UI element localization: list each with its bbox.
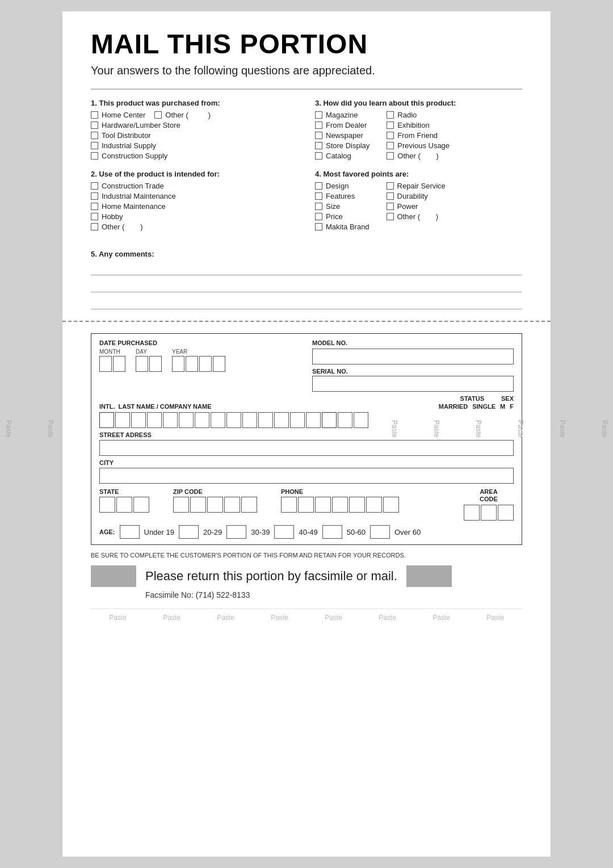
return-section: Please return this portion by facsimile … (91, 565, 522, 587)
q1-check-industrial[interactable] (91, 142, 98, 149)
name-box-m-label[interactable] (338, 412, 352, 428)
q4-label-makita: Makita Brand (326, 223, 370, 231)
phone-box-6[interactable] (366, 497, 382, 513)
q3-check-other[interactable] (387, 152, 394, 160)
q4-check-repair[interactable] (387, 182, 394, 190)
name-box-3[interactable] (131, 412, 146, 428)
name-box-6[interactable] (179, 412, 194, 428)
q2-check-hobby[interactable] (91, 213, 98, 220)
phone-box-1[interactable] (281, 497, 297, 513)
q1-check-other[interactable] (154, 111, 162, 119)
name-box-14[interactable] (306, 412, 321, 428)
phone-box-7[interactable] (383, 497, 399, 513)
phone-box-2[interactable] (298, 497, 314, 513)
year-box-1[interactable] (172, 356, 184, 372)
q3-newspaper: Newspaper (315, 131, 370, 140)
year-box-2[interactable] (186, 356, 198, 372)
q4-check-size[interactable] (315, 203, 322, 210)
serial-no-input[interactable] (312, 376, 514, 392)
paste-label-r4: Paste (475, 420, 482, 438)
q3-store: Store Display (315, 141, 370, 150)
q4-label-size: Size (326, 202, 340, 211)
city-input[interactable] (99, 468, 514, 484)
paste-b1: Paste (109, 614, 127, 622)
q4-check-features[interactable] (315, 192, 322, 200)
name-box-5[interactable] (163, 412, 178, 428)
q4-check-other[interactable] (387, 213, 394, 220)
q2-check-other[interactable] (91, 223, 98, 230)
q2-other: Other ( ) (91, 223, 298, 231)
q4-check-power[interactable] (387, 203, 394, 210)
zip-box-3[interactable] (207, 497, 223, 513)
phone-box-4[interactable] (332, 497, 348, 513)
name-box-9[interactable] (226, 412, 241, 428)
q3-label-magazine: Magazine (326, 111, 358, 119)
age-box-5060[interactable] (322, 525, 342, 539)
month-box-2[interactable] (113, 356, 125, 372)
zip-box-1[interactable] (173, 497, 189, 513)
name-box-2[interactable] (115, 412, 130, 428)
age-box-over60[interactable] (370, 525, 390, 539)
year-box-3[interactable] (199, 356, 212, 372)
day-box-2[interactable] (149, 356, 162, 372)
name-box-f-label[interactable] (354, 412, 368, 428)
last-name-label: LAST NAME / COMPANY NAME (119, 403, 212, 410)
q1-label-home: Home Center (102, 111, 145, 119)
age-box-under19[interactable] (120, 525, 140, 539)
name-box-12[interactable] (274, 412, 289, 428)
month-label: MONTH (99, 349, 120, 355)
q1-other-paren: ) (192, 111, 211, 119)
state-box-2[interactable] (116, 497, 132, 513)
q3-check-dealer[interactable] (315, 121, 322, 129)
q3-check-exhibition[interactable] (387, 121, 394, 129)
q1-check-construction[interactable] (91, 152, 98, 160)
model-no-input[interactable] (312, 349, 514, 364)
street-input[interactable] (99, 440, 514, 456)
q1-check-tool[interactable] (91, 132, 98, 139)
q4-check-makita[interactable] (315, 223, 322, 230)
q3-check-magazine[interactable] (315, 111, 322, 119)
age-box-2029[interactable] (179, 525, 199, 539)
q3-check-store[interactable] (315, 142, 322, 149)
area-box-2[interactable] (481, 505, 497, 521)
q4-check-design[interactable] (315, 182, 322, 190)
name-box-15[interactable] (322, 412, 337, 428)
area-box-3[interactable] (498, 505, 514, 521)
q3-check-newspaper[interactable] (315, 132, 322, 139)
q1-check-home[interactable] (91, 111, 98, 119)
name-box-4[interactable] (147, 412, 162, 428)
q2-check-ctrade[interactable] (91, 182, 98, 190)
q4-check-durability[interactable] (387, 192, 394, 200)
q3-check-catalog[interactable] (315, 152, 322, 160)
q2-construction-trade: Construction Trade (91, 182, 298, 190)
day-box-1[interactable] (136, 356, 148, 372)
zip-box-4[interactable] (224, 497, 240, 513)
q3-label-friend: From Friend (397, 131, 438, 140)
name-box-10[interactable] (242, 412, 257, 428)
q1-check-hardware[interactable] (91, 121, 98, 129)
name-box-1[interactable] (99, 412, 114, 428)
q4-label-other: Other ( (397, 212, 420, 221)
zip-box-5[interactable] (241, 497, 257, 513)
q3-check-radio[interactable] (387, 111, 394, 119)
state-box-1[interactable] (99, 497, 115, 513)
phone-box-3[interactable] (315, 497, 331, 513)
q2-check-hmaint[interactable] (91, 203, 98, 210)
name-box-11[interactable] (258, 412, 273, 428)
age-box-3039[interactable] (226, 525, 246, 539)
age-box-4049[interactable] (274, 525, 294, 539)
name-box-13[interactable] (290, 412, 305, 428)
name-box-7[interactable] (195, 412, 209, 428)
year-box-4[interactable] (213, 356, 225, 372)
name-box-8[interactable] (211, 412, 225, 428)
q4-check-price[interactable] (315, 213, 322, 220)
q2-check-imaint[interactable] (91, 192, 98, 200)
state-box-3[interactable] (133, 497, 149, 513)
area-box-1[interactable] (464, 505, 480, 521)
q4-label-power: Power (397, 202, 418, 211)
month-box-1[interactable] (99, 356, 112, 372)
q3-check-friend[interactable] (387, 132, 394, 139)
zip-box-2[interactable] (190, 497, 206, 513)
phone-box-5[interactable] (349, 497, 365, 513)
q3-check-previous[interactable] (387, 142, 394, 149)
